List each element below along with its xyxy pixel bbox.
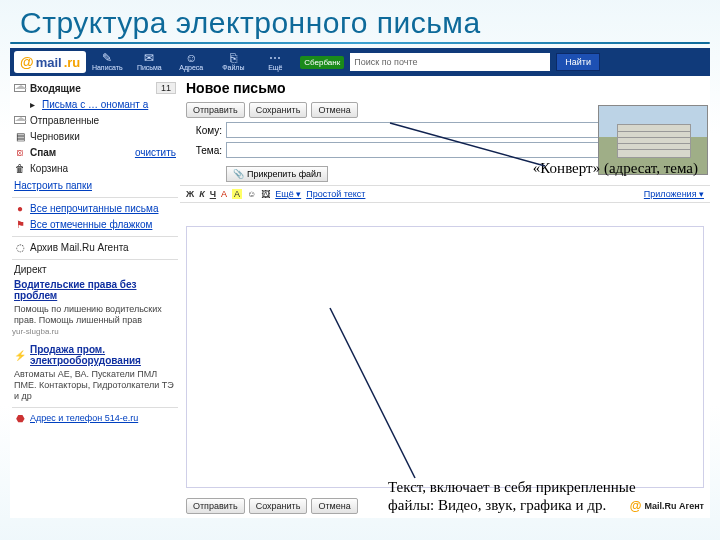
toolbar-more[interactable]: Ещё ▾: [275, 189, 301, 199]
nav-files[interactable]: ⎘Файлы: [212, 48, 254, 76]
emoji-button[interactable]: ☺: [247, 189, 256, 199]
bg-color-button[interactable]: A: [232, 189, 242, 199]
mail-logo[interactable]: @ mail .ru: [14, 51, 86, 73]
nav-contacts[interactable]: ☺Адреса: [170, 48, 212, 76]
slide-title: Структура электронного письма: [0, 0, 720, 40]
send-button-top[interactable]: Отправить: [186, 102, 245, 118]
sidebar-item-spam[interactable]: ⦻Спамочистить: [12, 144, 178, 160]
sidebar-item-flagged[interactable]: ⚑Все отмеченные флажком: [12, 216, 178, 232]
inbox-icon: [14, 82, 26, 94]
pencil-icon: ✎: [102, 52, 112, 64]
underline-button[interactable]: Ч: [210, 189, 216, 199]
sidebar-item-drafts[interactable]: ▤Черновики: [12, 128, 178, 144]
files-icon: ⎘: [230, 52, 237, 64]
toolbar-plain[interactable]: Простой текст: [306, 189, 365, 199]
contacts-icon: ☺: [185, 52, 197, 64]
sidebar: Входящие11 ▸Письма с … ономант а Отправл…: [10, 76, 180, 518]
sidebar-direct-label: Директ: [12, 259, 178, 277]
compose-heading: Новое письмо: [180, 76, 710, 100]
sidebar-item-inbox[interactable]: Входящие11: [12, 80, 178, 96]
nav-compose[interactable]: ✎Написать: [86, 48, 128, 76]
subject-label: Тема:: [186, 145, 222, 156]
to-label: Кому:: [186, 125, 222, 136]
toolbar-apps[interactable]: Приложения ▾: [644, 189, 704, 199]
bolt-icon: ⚡: [14, 349, 26, 361]
annotation-body: Текст, включает в себя прикрепленные фай…: [388, 478, 668, 514]
more-icon: ⋯: [269, 52, 281, 64]
italic-button[interactable]: К: [199, 189, 205, 199]
logo-text-ru: .ru: [64, 55, 81, 70]
sidebar-ad1-text: Помощь по лишению водительских прав. Пом…: [12, 303, 178, 327]
nav-mail[interactable]: ✉Письма: [128, 48, 170, 76]
send-button-bottom[interactable]: Отправить: [186, 498, 245, 514]
find-button[interactable]: Найти: [556, 53, 600, 71]
envelope-icon: ✉: [144, 52, 154, 64]
attach-file-button[interactable]: 📎Прикрепить файл: [226, 166, 328, 182]
sidebar-manage-folders[interactable]: Настроить папки: [12, 178, 178, 193]
sidebar-item-subfolder[interactable]: ▸Письма с … ономант а: [12, 96, 178, 112]
sidebar-item-sent[interactable]: Отправленные: [12, 112, 178, 128]
screenshot-container: @ mail .ru ✎Написать ✉Письма ☺Адреса ⎘Фа…: [10, 48, 710, 518]
nav-more[interactable]: ⋯Ещё: [254, 48, 296, 76]
unread-icon: ●: [14, 202, 26, 214]
sberbank-badge[interactable]: Сбербанк: [300, 56, 344, 69]
at-icon: @: [20, 54, 34, 70]
folder-icon: ▸: [26, 98, 38, 110]
top-bar: @ mail .ru ✎Написать ✉Письма ☺Адреса ⎘Фа…: [10, 48, 710, 76]
paperclip-icon: 📎: [233, 169, 244, 179]
save-button-top[interactable]: Сохранить: [249, 102, 308, 118]
sidebar-ad2-title[interactable]: ⚡Продажа пром. электрооборудования: [12, 342, 178, 368]
search-input[interactable]: Поиск по почте: [350, 53, 550, 71]
bold-button[interactable]: Ж: [186, 189, 194, 199]
flag-icon: ⚑: [14, 218, 26, 230]
spam-clear-link[interactable]: очистить: [135, 147, 176, 158]
message-body-editor[interactable]: [186, 226, 704, 488]
drafts-icon: ▤: [14, 130, 26, 142]
postcard-button[interactable]: 🖼: [261, 189, 270, 199]
cancel-button-bottom[interactable]: Отмена: [311, 498, 357, 514]
sidebar-ad1-site: yur-slugba.ru: [12, 327, 178, 336]
editor-toolbar: Ж К Ч A A ☺ 🖼 Ещё ▾ Простой текст Прилож…: [180, 185, 710, 203]
sidebar-ad3[interactable]: ⬣Адрес и телефон 514-е.ru: [12, 407, 178, 426]
sidebar-ad1-title[interactable]: Водительские права без проблем: [12, 277, 178, 303]
trash-icon: 🗑: [14, 162, 26, 174]
font-color-button[interactable]: A: [221, 189, 227, 199]
archive-icon: ◌: [14, 241, 26, 253]
logo-text-mail: mail: [36, 55, 62, 70]
pin-icon: ⬣: [14, 412, 26, 424]
sidebar-ad2-text: Автоматы АЕ, ВА. Пускатели ПМЛ ПМЕ. Конт…: [12, 368, 178, 403]
title-underline: [10, 42, 710, 44]
sent-icon: [14, 114, 26, 126]
inbox-count: 11: [156, 82, 176, 94]
spam-icon: ⦻: [14, 146, 26, 158]
save-button-bottom[interactable]: Сохранить: [249, 498, 308, 514]
cancel-button-top[interactable]: Отмена: [311, 102, 357, 118]
sidebar-item-trash[interactable]: 🗑Корзина: [12, 160, 178, 176]
sidebar-item-archive[interactable]: ◌Архив Mail.Ru Агента: [12, 236, 178, 255]
sidebar-item-unread[interactable]: ●Все непрочитанные письма: [12, 197, 178, 216]
annotation-envelope: «Конверт» (адресат, тема): [533, 160, 698, 177]
